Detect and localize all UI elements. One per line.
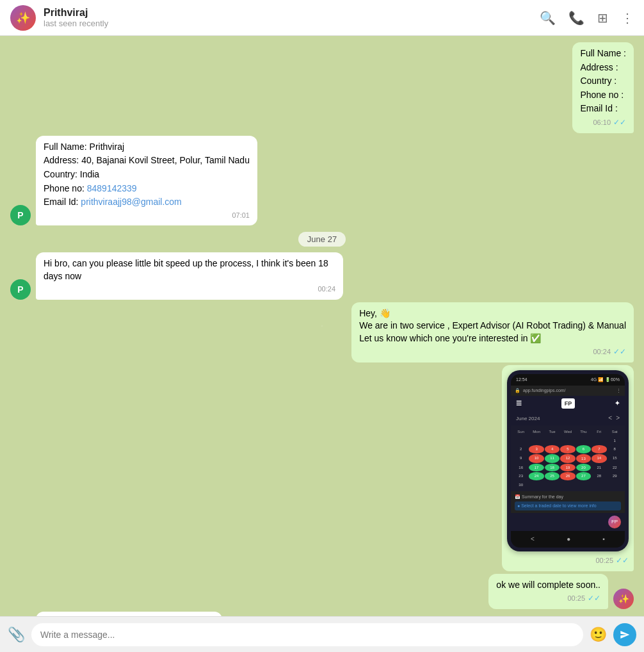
- msg-text: Country :: [580, 75, 626, 88]
- message-row: P Thanks Really you guys are doing good …: [10, 612, 634, 616]
- date-divider: June 27: [10, 233, 634, 245]
- msg-text: Let us know which one you're interested …: [359, 332, 626, 345]
- message-row: ✨ ok we will complete soon.. 00:25 ✓✓: [10, 574, 634, 609]
- msg-text: Full Name :: [580, 47, 626, 60]
- message-row: Hey, 👋 We are in two service , Expert Ad…: [10, 302, 634, 363]
- header-info: Prithviraj last seen recently: [44, 7, 540, 28]
- avatar: P: [10, 279, 31, 300]
- chat-header: ✨ Prithviraj last seen recently 🔍 📞 ⊞ ⋮: [0, 0, 644, 36]
- message-time: 00:24: [593, 347, 611, 357]
- message-bubble: Hey, 👋 We are in two service , Expert Ad…: [351, 302, 634, 363]
- message-row: Full Name : Address : Country : Phone no…: [10, 42, 634, 133]
- msg-text: Hey, 👋: [359, 307, 626, 320]
- message-row: P Full Name: Prithviraj Address: 40, Baj…: [10, 136, 634, 225]
- attach-icon[interactable]: 📎: [8, 626, 25, 643]
- date-label: June 27: [298, 232, 346, 247]
- call-icon[interactable]: 📞: [568, 10, 584, 26]
- msg-text: ok we will complete soon..: [496, 580, 600, 590]
- message-time: 00:24: [318, 284, 335, 294]
- phone-link[interactable]: 8489142339: [87, 183, 137, 193]
- message-bubble: Full Name : Address : Country : Phone no…: [572, 42, 634, 133]
- header-avatar[interactable]: ✨: [10, 5, 36, 31]
- message-bubble: Hi bro, can you please little bit speed …: [36, 252, 343, 300]
- message-time: 00:25: [567, 594, 585, 603]
- msg-text: Hi bro, can you please little bit speed …: [44, 258, 328, 281]
- read-receipt-icon: ✓✓: [613, 117, 626, 128]
- more-options-icon[interactable]: ⋮: [621, 10, 634, 26]
- msg-text: Phone no :: [580, 89, 626, 102]
- msg-text: We are in two service , Expert Advisor (…: [359, 320, 626, 332]
- message-bubble: ok we will complete soon.. 00:25 ✓✓: [488, 574, 608, 609]
- message-input[interactable]: [31, 623, 583, 646]
- message-bubble: Thanks Really you guys are doing good 🙂 …: [36, 612, 222, 616]
- search-icon[interactable]: 🔍: [540, 10, 556, 26]
- phone-screenshot: 12:54 4G 📶 🔋60% 🔒 app.fundingpips.com/ ⋮…: [507, 370, 629, 551]
- chat-area: Full Name : Address : Country : Phone no…: [0, 36, 644, 616]
- message-row: P Hi bro, can you please little bit spee…: [10, 252, 634, 300]
- message-bubble: 12:54 4G 📶 🔋60% 🔒 app.fundingpips.com/ ⋮…: [502, 365, 634, 571]
- msg-text: Address :: [580, 61, 626, 74]
- layout-icon[interactable]: ⊞: [597, 10, 608, 26]
- msg-text: Address: 40, Bajanai Kovil Street, Polur…: [44, 154, 250, 167]
- message-time: 00:25: [595, 556, 613, 566]
- message-row: 12:54 4G 📶 🔋60% 🔒 app.fundingpips.com/ ⋮…: [10, 365, 634, 571]
- read-receipt-icon: ✓✓: [613, 346, 626, 357]
- msg-text: Full Name: Prithviraj: [44, 141, 250, 154]
- read-receipt-icon: ✓✓: [616, 555, 629, 566]
- header-actions: 🔍 📞 ⊞ ⋮: [540, 10, 634, 26]
- read-receipt-icon: ✓✓: [588, 593, 600, 604]
- message-time: 06:10: [593, 118, 611, 127]
- message-bubble: Full Name: Prithviraj Address: 40, Bajan…: [36, 136, 257, 225]
- msg-text: Phone no: 8489142339: [44, 183, 250, 195]
- email-link[interactable]: prithviraajj98@gmail.com: [81, 197, 181, 207]
- emoji-icon[interactable]: 🙂: [590, 626, 607, 643]
- contact-status: last seen recently: [44, 19, 540, 28]
- avatar: ✨: [613, 589, 634, 609]
- send-button[interactable]: [613, 623, 636, 646]
- msg-text: Email Id: prithviraajj98@gmail.com: [44, 196, 250, 209]
- message-time: 07:01: [232, 211, 250, 220]
- msg-text: Country: India: [44, 168, 250, 181]
- avatar: P: [10, 205, 31, 225]
- msg-text: Email Id :: [580, 102, 626, 115]
- message-input-bar: 📎 🙂: [0, 616, 644, 652]
- contact-name: Prithviraj: [44, 7, 540, 19]
